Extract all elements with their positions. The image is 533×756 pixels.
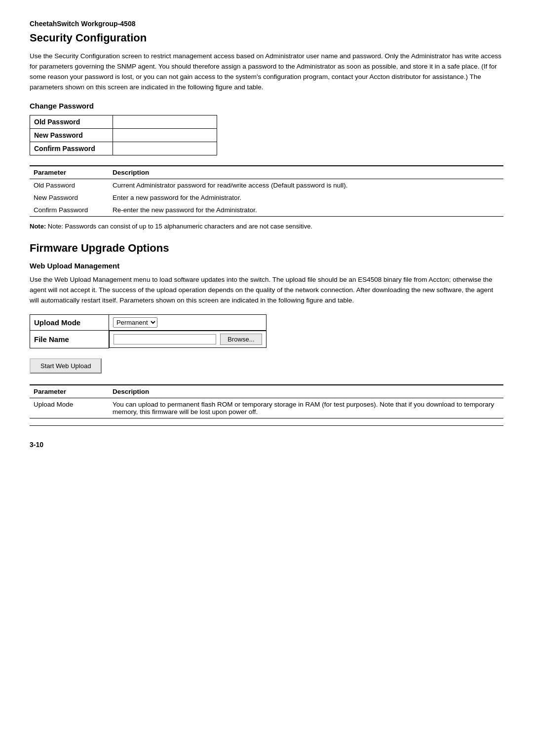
upload-mode-label: Upload Mode: [30, 315, 109, 331]
desc-col-header: Description: [109, 385, 503, 398]
file-name-row: File Name Browse...: [30, 331, 266, 348]
change-password-title: Change Password: [30, 102, 503, 110]
table-row: New Password Enter a new password for th…: [30, 191, 503, 204]
upload-mode-row: Upload Mode Permanent Temporary: [30, 315, 266, 331]
upload-mode-select[interactable]: Permanent Temporary: [113, 317, 157, 328]
table-row: Old Password: [30, 115, 217, 128]
file-name-label: File Name: [30, 331, 109, 348]
param-cell: Upload Mode: [30, 398, 109, 418]
new-password-cell: [113, 128, 217, 142]
password-note-text: Note: Passwords can consist of up to 15 …: [48, 223, 312, 230]
security-param-table: Parameter Description Old Password Curre…: [30, 165, 503, 217]
new-password-input[interactable]: [117, 132, 213, 139]
old-password-input[interactable]: [117, 118, 213, 126]
table-row: Upload Mode You can upload to permanent …: [30, 398, 503, 418]
table-header-row: Parameter Description: [30, 166, 503, 179]
bottom-divider: [30, 425, 503, 426]
desc-cell: Enter a new password for the Administrat…: [109, 191, 503, 204]
change-password-table: Old Password New Password Confirm Passwo…: [30, 115, 217, 155]
firmware-section-title: Firmware Upgrade Options: [30, 242, 503, 255]
param-cell: New Password: [30, 191, 109, 204]
confirm-password-cell: [113, 142, 217, 155]
param-cell: Confirm Password: [30, 204, 109, 217]
web-upload-subtitle: Web Upload Management: [30, 262, 503, 270]
device-title: CheetahSwitch Workgroup-4508: [30, 20, 503, 28]
web-upload-description: Use the Web Upload Management menu to lo…: [30, 275, 503, 306]
security-description: Use the Security Configuration screen to…: [30, 51, 503, 93]
confirm-password-input[interactable]: [117, 145, 213, 152]
old-password-label: Old Password: [30, 115, 113, 128]
new-password-label: New Password: [30, 128, 113, 142]
table-row: Confirm Password: [30, 142, 217, 155]
password-note: Note: Note: Passwords can consist of up …: [30, 223, 503, 230]
desc-col-header: Description: [109, 166, 503, 179]
param-col-header: Parameter: [30, 166, 109, 179]
param-col-header: Parameter: [30, 385, 109, 398]
desc-cell: Re-enter the new password for the Admini…: [109, 204, 503, 217]
firmware-param-table: Parameter Description Upload Mode You ca…: [30, 384, 503, 418]
upload-mode-cell: Permanent Temporary: [109, 315, 266, 331]
table-row: New Password: [30, 128, 217, 142]
desc-cell: Current Administrator password for read/…: [109, 179, 503, 191]
start-web-upload-button[interactable]: Start Web Upload: [30, 358, 102, 374]
table-header-row: Parameter Description: [30, 385, 503, 398]
browse-button[interactable]: Browse...: [220, 334, 262, 345]
table-row: Confirm Password Re-enter the new passwo…: [30, 204, 503, 217]
confirm-password-label: Confirm Password: [30, 142, 113, 155]
desc-cell: You can upload to permanent flash ROM or…: [109, 398, 503, 418]
page-number: 3-10: [30, 441, 503, 449]
table-row: Old Password Current Administrator passw…: [30, 179, 503, 191]
file-name-cell: Browse...: [109, 331, 266, 348]
file-name-input[interactable]: [114, 334, 216, 344]
old-password-cell: [113, 115, 217, 128]
param-cell: Old Password: [30, 179, 109, 191]
security-config-title: Security Configuration: [30, 32, 503, 44]
upload-form-table: Upload Mode Permanent Temporary File Nam…: [30, 314, 266, 348]
